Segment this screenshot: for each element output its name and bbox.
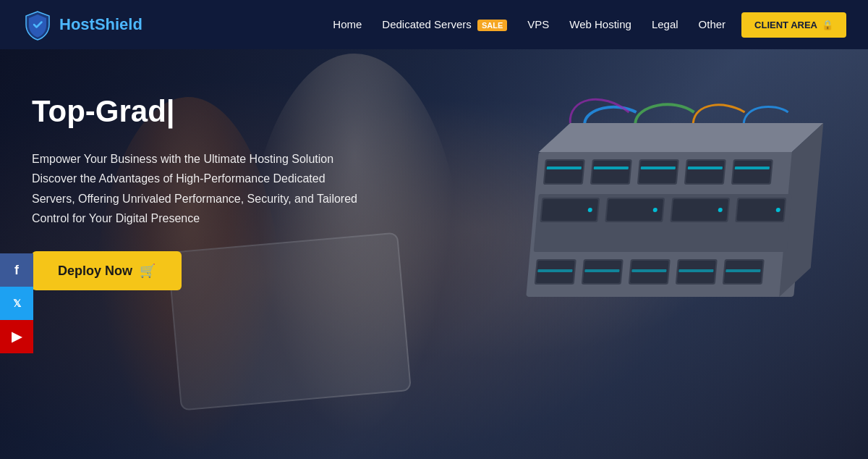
hero-section: HostShield Home Dedicated Servers SALE V… [0,0,868,459]
nav-link-home[interactable]: Home [326,14,369,35]
client-area-button[interactable]: CLIENT AREA 🔒 [741,12,846,38]
facebook-button[interactable]: f [0,253,33,287]
hero-title: Top-Grad| [32,94,357,129]
nav-item-vps[interactable]: VPS [520,18,556,31]
svg-rect-16 [733,161,772,183]
youtube-icon: ▶ [12,329,22,345]
svg-rect-10 [639,161,678,183]
svg-rect-13 [686,161,725,183]
nav-link-other[interactable]: Other [692,14,733,35]
svg-rect-42 [678,269,713,272]
nav-item-legal[interactable]: Legal [644,18,686,31]
youtube-button[interactable]: ▶ [0,320,33,353]
nav-link-dedicated[interactable]: Dedicated Servers SALE [375,14,514,35]
deploy-now-button[interactable]: Deploy Now 🛒 [32,251,182,290]
svg-rect-39 [631,269,666,272]
twitter-button[interactable]: 𝕏 [0,287,33,320]
social-sidebar: f 𝕏 ▶ [0,253,33,353]
svg-rect-8 [594,167,629,169]
svg-rect-11 [641,167,676,169]
server-illustration [521,80,825,311]
svg-rect-14 [688,167,723,169]
hero-description: Empower Your Business with the Ultimate … [32,149,357,228]
svg-marker-1 [539,123,823,152]
cart-icon: 🛒 [140,263,156,279]
svg-rect-7 [592,161,631,183]
nav-links: Home Dedicated Servers SALE VPS Web Host… [326,18,733,31]
nav-item-dedicated[interactable]: Dedicated Servers SALE [375,18,514,31]
svg-rect-45 [726,269,760,272]
nav-link-vps[interactable]: VPS [520,14,556,35]
svg-rect-33 [537,269,572,272]
lock-icon: 🔒 [822,20,833,30]
logo: HostShield [22,9,142,41]
nav-item-web-hosting[interactable]: Web Hosting [562,18,639,31]
hero-content: Top-Grad| Empower Your Business with the… [32,94,357,290]
nav-item-other[interactable]: Other [692,18,733,31]
twitter-icon: 𝕏 [13,298,21,309]
logo-icon [22,9,54,41]
logo-text: HostShield [59,15,142,34]
svg-rect-17 [735,167,770,169]
deploy-label: Deploy Now [58,264,132,279]
nav-link-legal[interactable]: Legal [644,14,686,35]
nav-link-web-hosting[interactable]: Web Hosting [562,14,639,35]
facebook-icon: f [14,263,19,278]
svg-rect-36 [584,269,619,272]
sale-badge: SALE [477,20,507,31]
svg-rect-5 [547,167,582,169]
main-nav: HostShield Home Dedicated Servers SALE V… [0,0,868,49]
svg-rect-4 [545,161,584,183]
nav-item-home[interactable]: Home [326,18,369,31]
